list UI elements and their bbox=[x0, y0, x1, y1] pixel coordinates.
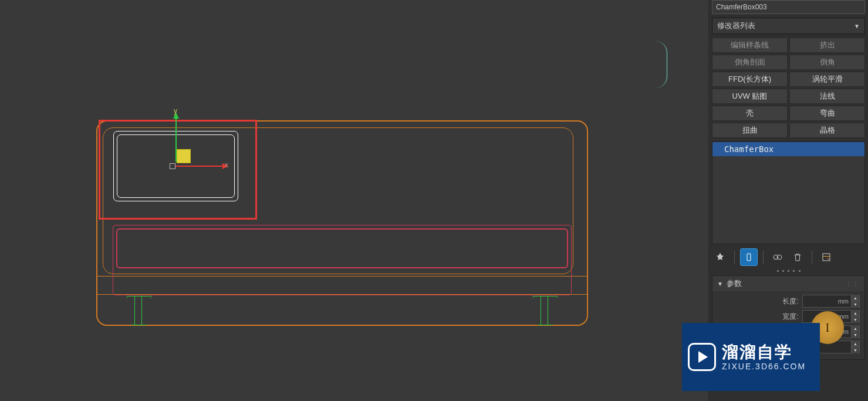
modifier-btn-twist[interactable]: 扭曲 bbox=[712, 123, 788, 138]
watermark-en: ZIXUE.3D66.COM bbox=[722, 362, 806, 372]
panel-grip[interactable] bbox=[777, 270, 801, 273]
gizmo-y-arrow-icon[interactable] bbox=[173, 113, 179, 119]
modifier-stack[interactable]: ChamferBox bbox=[712, 141, 865, 244]
modifier-btn-shell[interactable]: 壳 bbox=[712, 106, 788, 121]
modifier-btn-extrude[interactable]: 挤出 bbox=[789, 38, 865, 53]
param-row-length: 长度: mm ▲▼ bbox=[717, 295, 860, 308]
configure-icon bbox=[821, 252, 832, 262]
spinner-up-icon[interactable]: ▲ bbox=[851, 295, 859, 301]
param-label: 宽度: bbox=[717, 312, 799, 322]
modifier-btn-lattice[interactable]: 晶格 bbox=[789, 123, 865, 138]
pin-icon bbox=[715, 252, 725, 262]
watermark-cn: 溜溜自学 bbox=[722, 342, 806, 362]
modifier-button-grid: 编辑样条线 挤出 倒角剖面 倒角 FFD(长方体) 涡轮平滑 UVW 贴图 法线… bbox=[709, 38, 868, 141]
configure-modifier-sets-button[interactable] bbox=[818, 249, 835, 265]
param-label: 长度: bbox=[717, 296, 799, 306]
chevron-down-icon: ▼ bbox=[717, 281, 723, 287]
chevron-down-icon: ▼ bbox=[854, 23, 860, 29]
modifier-list-dropdown[interactable]: 修改器列表 ▼ bbox=[712, 18, 865, 34]
spinner-up-icon[interactable]: ▲ bbox=[851, 310, 859, 316]
remove-modifier-button[interactable] bbox=[789, 249, 806, 265]
watermark: 溜溜自学 ZIXUE.3D66.COM bbox=[682, 323, 820, 391]
spinner-up-icon[interactable]: ▲ bbox=[851, 325, 859, 332]
cushion-inner bbox=[116, 228, 568, 268]
trash-icon bbox=[792, 252, 803, 262]
modifier-btn-ffd-box[interactable]: FFD(长方体) bbox=[712, 72, 788, 87]
toolbar-separator bbox=[763, 251, 764, 264]
stray-geometry-curve bbox=[654, 41, 667, 88]
toolbar-separator bbox=[734, 251, 735, 264]
object-name-input[interactable] bbox=[712, 0, 865, 14]
unit-label: mm bbox=[838, 298, 851, 305]
gizmo-y-label: y bbox=[174, 107, 177, 115]
play-icon bbox=[688, 343, 716, 371]
length-segs-input[interactable] bbox=[816, 343, 851, 351]
parameters-rollout-title: 参数 bbox=[727, 278, 742, 289]
chamferbox-inner-wire bbox=[117, 134, 235, 198]
spinner-up-icon[interactable]: ▲ bbox=[851, 341, 859, 347]
show-end-result-icon bbox=[744, 252, 754, 262]
spinner-down-icon[interactable]: ▼ bbox=[851, 316, 859, 323]
rollout-drag-dots-icon: ⋮⋮ bbox=[846, 281, 860, 287]
toolbar-separator bbox=[812, 251, 812, 264]
modifier-list-label: 修改器列表 bbox=[717, 21, 755, 31]
spinner-down-icon[interactable]: ▼ bbox=[851, 332, 859, 338]
stack-toolbar bbox=[712, 248, 865, 267]
modifier-btn-turbosmooth[interactable]: 涡轮平滑 bbox=[789, 72, 865, 87]
modifier-btn-bevel[interactable]: 倒角 bbox=[789, 55, 865, 70]
modifier-btn-bend[interactable]: 弯曲 bbox=[789, 106, 865, 121]
length-input[interactable] bbox=[803, 297, 838, 305]
modifier-btn-normal[interactable]: 法线 bbox=[789, 89, 865, 104]
pin-stack-button[interactable] bbox=[712, 249, 728, 265]
spinner-down-icon[interactable]: ▼ bbox=[851, 347, 859, 353]
modifier-btn-uvw-map[interactable]: UVW 贴图 bbox=[712, 89, 788, 104]
modifier-btn-bevel-profile[interactable]: 倒角剖面 bbox=[712, 55, 788, 70]
spinner-down-icon[interactable]: ▼ bbox=[851, 301, 859, 308]
make-unique-button[interactable] bbox=[769, 249, 786, 265]
length-spinner[interactable]: mm ▲▼ bbox=[802, 295, 860, 308]
viewport[interactable]: y x bbox=[0, 0, 709, 401]
stack-item-chamferbox[interactable]: ChamferBox bbox=[712, 142, 864, 156]
make-unique-icon bbox=[772, 252, 783, 262]
modifier-btn-edit-spline[interactable]: 编辑样条线 bbox=[712, 38, 788, 53]
parameters-rollout-header[interactable]: ▼ 参数 ⋮⋮ bbox=[712, 276, 864, 291]
show-end-result-button[interactable] bbox=[741, 249, 757, 265]
svg-rect-0 bbox=[747, 254, 751, 261]
